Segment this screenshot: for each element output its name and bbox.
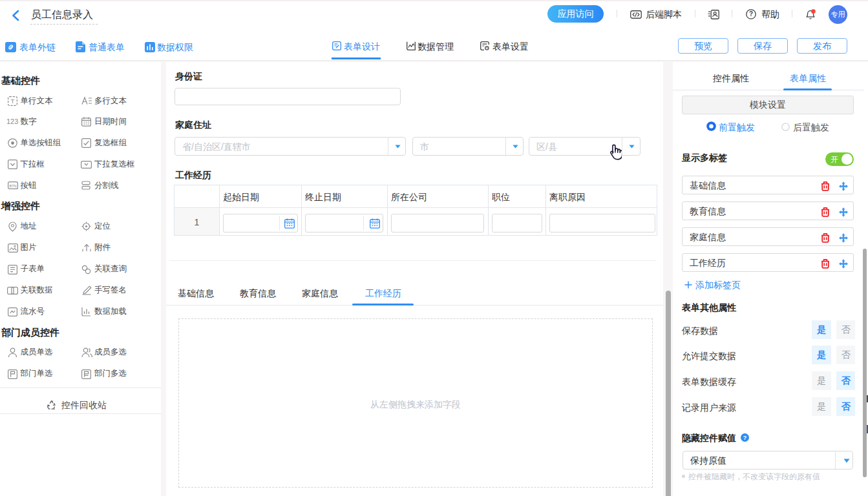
svg-text:?: ?: [743, 435, 747, 441]
svg-text:?: ?: [749, 10, 753, 17]
svg-text:T: T: [11, 98, 15, 105]
svg-text:BTN: BTN: [10, 184, 17, 188]
